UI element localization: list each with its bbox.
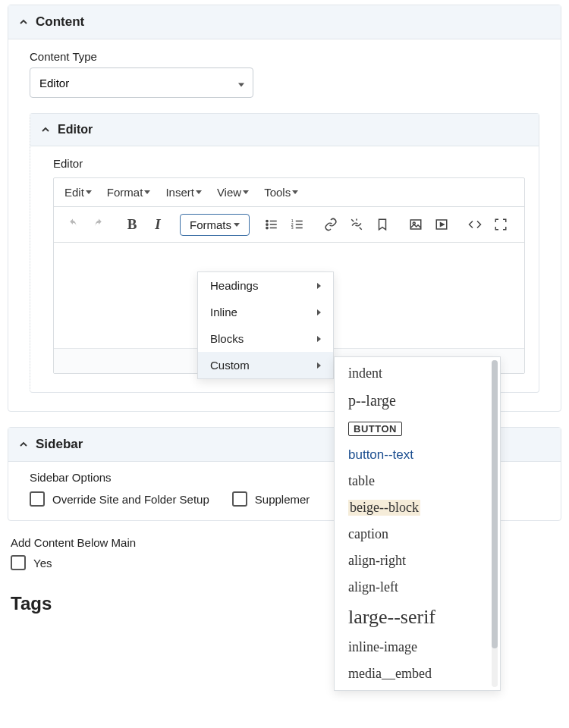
svg-line-13	[360, 228, 362, 230]
formats-dropdown: Headings Inline Blocks Custom	[197, 271, 334, 379]
custom-item-button[interactable]: BUTTON	[335, 415, 500, 441]
override-label: Override Site and Folder Setup	[52, 493, 209, 506]
formats-menu-custom[interactable]: Custom	[198, 352, 333, 378]
menu-edit[interactable]: Edit	[64, 186, 92, 199]
custom-item-p-large[interactable]: p--large	[335, 387, 500, 415]
svg-rect-15	[410, 220, 421, 229]
menu-format[interactable]: Format	[107, 186, 151, 199]
undo-button[interactable]	[61, 213, 84, 236]
scrollbar-thumb[interactable]	[492, 360, 498, 614]
bookmark-button[interactable]	[371, 213, 394, 236]
checkbox-icon	[11, 555, 26, 570]
chevron-up-icon	[41, 125, 50, 134]
checkbox-icon	[30, 491, 45, 507]
svg-point-4	[266, 227, 268, 228]
svg-point-2	[266, 224, 268, 225]
editor-panel-header[interactable]: Editor	[30, 114, 539, 146]
svg-point-0	[266, 220, 268, 221]
caret-down-icon	[144, 190, 150, 194]
svg-text:3: 3	[291, 225, 294, 230]
chevron-right-icon	[317, 283, 321, 289]
yes-label: Yes	[33, 557, 52, 570]
editor-menubar: Edit Format Insert View Tools	[54, 178, 524, 207]
menu-tools[interactable]: Tools	[264, 186, 298, 199]
bullet-list-button[interactable]	[260, 213, 283, 236]
chevron-up-icon	[19, 17, 28, 27]
media-button[interactable]	[430, 213, 453, 236]
caret-down-icon	[196, 190, 202, 194]
editor-field-label: Editor	[53, 157, 525, 170]
caret-down-icon	[243, 190, 249, 194]
italic-button[interactable]: I	[146, 213, 169, 236]
caret-down-icon	[86, 190, 92, 194]
editor-toolbar: B I Formats 123	[54, 207, 524, 243]
editor-section-title: Editor	[58, 123, 93, 136]
sidebar-section-title: Sidebar	[36, 437, 83, 452]
content-type-select-wrap	[30, 67, 253, 98]
custom-item-align-left[interactable]: align-left	[335, 574, 500, 601]
formats-menu-blocks[interactable]: Blocks	[198, 325, 333, 352]
caret-down-icon	[234, 223, 240, 227]
custom-item-beige-block[interactable]: beige--block	[335, 494, 500, 521]
custom-item-caption[interactable]: caption	[335, 521, 500, 548]
checkbox-icon	[232, 491, 247, 507]
image-button[interactable]	[404, 213, 427, 236]
svg-line-12	[351, 219, 354, 221]
formats-menu-inline[interactable]: Inline	[198, 299, 333, 325]
override-checkbox-item[interactable]: Override Site and Folder Setup	[30, 491, 209, 507]
custom-formats-dropdown: indent p--large BUTTON button--text tabl…	[334, 356, 501, 614]
custom-item-table[interactable]: table	[335, 468, 500, 494]
chevron-right-icon	[317, 362, 321, 369]
redo-button[interactable]	[87, 213, 110, 236]
menu-insert[interactable]: Insert	[165, 186, 202, 199]
custom-item-indent[interactable]: indent	[335, 360, 500, 387]
chevron-right-icon	[317, 336, 321, 342]
chevron-up-icon	[19, 440, 28, 449]
content-type-select[interactable]	[30, 67, 253, 98]
unlink-button[interactable]	[345, 213, 368, 236]
caret-down-icon	[292, 190, 298, 194]
formats-button[interactable]: Formats	[180, 214, 250, 236]
supplementary-checkbox-item[interactable]: Supplemer	[232, 491, 310, 507]
link-button[interactable]	[319, 213, 342, 236]
fullscreen-button[interactable]	[489, 213, 512, 236]
custom-item-align-right[interactable]: align-right	[335, 548, 500, 574]
content-section-title: Content	[36, 14, 84, 30]
code-button[interactable]	[464, 213, 486, 236]
custom-item-large-serif[interactable]: large--serif	[335, 601, 500, 614]
content-panel-header[interactable]: Content	[8, 5, 561, 39]
supplementary-label: Supplemer	[255, 493, 310, 506]
numbered-list-button[interactable]: 123	[286, 213, 309, 236]
content-type-label: Content Type	[30, 50, 539, 63]
menu-view[interactable]: View	[217, 186, 249, 199]
chevron-right-icon	[317, 309, 321, 315]
formats-menu-headings[interactable]: Headings	[198, 272, 333, 299]
custom-item-button-text[interactable]: button--text	[335, 441, 500, 468]
bold-button[interactable]: B	[121, 213, 143, 236]
